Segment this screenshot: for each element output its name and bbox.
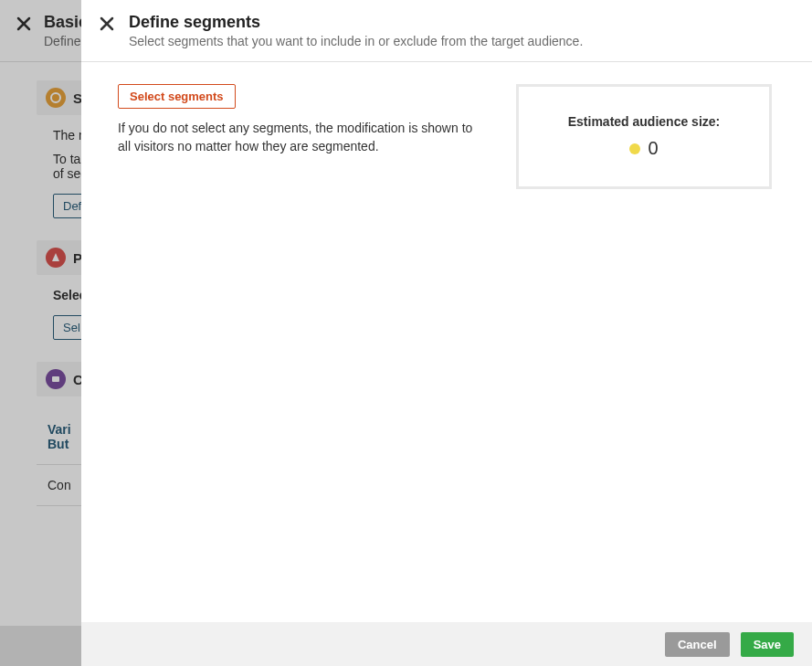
- modal-title: Define segments: [129, 13, 583, 32]
- save-button[interactable]: Save: [741, 632, 794, 657]
- define-segments-modal: Define segments Select segments that you…: [81, 0, 812, 666]
- segments-hint-text: If you do not select any segments, the m…: [118, 120, 483, 155]
- modal-subtitle: Select segments that you want to include…: [129, 34, 583, 48]
- audience-size-label: Estimated audience size:: [537, 114, 751, 129]
- modal-body: Select segments If you do not select any…: [81, 62, 812, 622]
- cancel-button[interactable]: Cancel: [665, 632, 730, 657]
- select-segments-button[interactable]: Select segments: [118, 84, 236, 109]
- modal-close-button[interactable]: [98, 15, 116, 33]
- status-dot-icon: [629, 143, 640, 154]
- audience-size-card: Estimated audience size: 0: [516, 84, 772, 189]
- audience-size-value: 0: [648, 138, 658, 159]
- modal-footer: Cancel Save: [81, 622, 812, 666]
- modal-header: Define segments Select segments that you…: [81, 0, 812, 62]
